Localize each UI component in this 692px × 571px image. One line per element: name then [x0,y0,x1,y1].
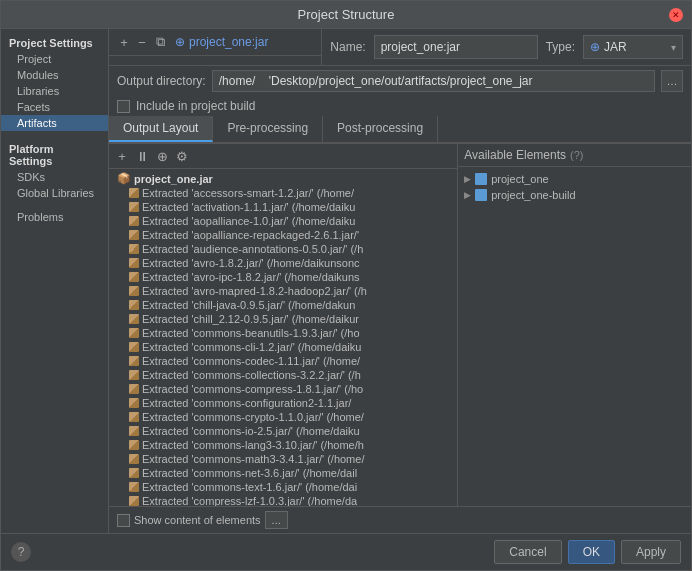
tree-add-button[interactable]: + [113,147,131,165]
tree-item-0[interactable]: Extracted 'accessors-smart-1.2.jar/' (/h… [109,186,457,200]
output-dir-label: Output directory: [117,74,206,88]
tree-content: 📦 project_one.jar Extracted 'accessors-s… [109,169,457,506]
name-input[interactable] [374,35,538,59]
split-area: + ⏸ ⊕ ⚙ 📦 project_one.jar Extracted 'acc… [109,143,691,506]
cancel-button[interactable]: Cancel [494,540,561,564]
sidebar-item-libraries[interactable]: Libraries [1,83,108,99]
sidebar-item-facets[interactable]: Facets [1,99,108,115]
available-area: Available Elements (?) ▶ project_one ▶ p… [458,144,691,506]
tree-item-7[interactable]: Extracted 'avro-mapred-1.8.2-hadoop2.jar… [109,284,457,298]
sidebar-item-modules[interactable]: Modules [1,67,108,83]
sidebar-item-global-libraries[interactable]: Global Libraries [1,185,108,201]
type-value: JAR [604,40,627,54]
tree-item-10[interactable]: Extracted 'commons-beanutils-1.9.3.jar/'… [109,326,457,340]
ok-button[interactable]: OK [568,540,615,564]
include-checkbox[interactable] [117,100,130,113]
module-icon-0 [475,173,487,185]
tab-output-layout[interactable]: Output Layout [109,116,213,142]
sidebar-item-problems[interactable]: Problems [1,209,108,225]
jar-icon-3 [129,230,139,240]
help-button[interactable]: ? [11,542,31,562]
close-button[interactable]: ✕ [669,8,683,22]
project-structure-dialog: Project Structure ✕ Project Settings Pro… [0,0,692,571]
platform-settings-section: Platform Settings [1,139,108,169]
tree-item-1[interactable]: Extracted 'activation-1.1.1.jar/' (/home… [109,200,457,214]
jar-icon-8 [129,300,139,310]
remove-artifact-button[interactable]: − [133,33,151,51]
chevron-down-icon: ▾ [671,42,676,53]
dialog-title: Project Structure [298,7,395,22]
tree-item-17[interactable]: Extracted 'commons-io-2.5.jar/' (/home/d… [109,424,457,438]
apply-button[interactable]: Apply [621,540,681,564]
tree-item-2[interactable]: Extracted 'aopalliance-1.0.jar/' (/home/… [109,214,457,228]
tree-item-8[interactable]: Extracted 'chill-java-0.9.5.jar/' (/home… [109,298,457,312]
jar-icon-7 [129,286,139,296]
jar-icon-21 [129,482,139,492]
expand-arrow-1: ▶ [464,190,471,200]
type-icon: ⊕ [590,40,600,54]
jar-icon-20 [129,468,139,478]
main-content: Project Settings Project Modules Librari… [1,29,691,533]
tree-item-22[interactable]: Extracted 'compress-lzf-1.0.3.jar/' (/ho… [109,494,457,506]
show-content-label: Show content of elements [134,514,261,526]
tree-root-item[interactable]: 📦 project_one.jar [109,171,457,186]
jar-icon-15 [129,398,139,408]
browse-button[interactable]: … [661,70,683,92]
jar-icon-12 [129,356,139,366]
tab-post-processing[interactable]: Post-processing [323,116,438,142]
sidebar-divider2 [1,201,108,209]
sidebar-item-sdks[interactable]: SDKs [1,169,108,185]
show-content-checkbox[interactable] [117,514,130,527]
tree-item-11[interactable]: Extracted 'commons-cli-1.2.jar/' (/home/… [109,340,457,354]
module-icon-1 [475,189,487,201]
tree-item-15[interactable]: Extracted 'commons-configuration2-1.1.ja… [109,396,457,410]
output-dir-row: Output directory: … [109,66,691,96]
tree-item-14[interactable]: Extracted 'commons-compress-1.8.1.jar/' … [109,382,457,396]
tree-toolbar: + ⏸ ⊕ ⚙ [109,144,457,169]
jar-icon-9 [129,314,139,324]
artifact-toolbar: + − ⧉ ⊕ project_one:jar [109,29,321,56]
artifact-icon: ⊕ [175,35,185,49]
name-label: Name: [330,40,365,54]
jar-icon-2 [129,216,139,226]
tree-item-13[interactable]: Extracted 'commons-collections-3.2.2.jar… [109,368,457,382]
tree-items: Extracted 'accessors-smart-1.2.jar/' (/h… [109,186,457,506]
jar-icon-0 [129,188,139,198]
tree-item-12[interactable]: Extracted 'commons-codec-1.11.jar/' (/ho… [109,354,457,368]
output-dir-input[interactable] [212,70,655,92]
jar-icon-18 [129,440,139,450]
avail-item-1[interactable]: ▶ project_one-build [460,187,689,203]
tree-item-6[interactable]: Extracted 'avro-ipc-1.8.2.jar/' (/home/d… [109,270,457,284]
project-settings-section: Project Settings [1,33,108,51]
tree-area: + ⏸ ⊕ ⚙ 📦 project_one.jar Extracted 'acc… [109,144,458,506]
tree-item-19[interactable]: Extracted 'commons-math3-3.4.1.jar/' (/h… [109,452,457,466]
tree-item-18[interactable]: Extracted 'commons-lang3-3.10.jar/' (/ho… [109,438,457,452]
title-bar: Project Structure ✕ [1,1,691,29]
tree-item-9[interactable]: Extracted 'chill_2.12-0.9.5.jar/' (/home… [109,312,457,326]
available-content: ▶ project_one ▶ project_one-build [458,167,691,506]
sidebar-item-project[interactable]: Project [1,51,108,67]
sidebar: Project Settings Project Modules Librari… [1,29,109,533]
jar-icon-10 [129,328,139,338]
tree-pause-button[interactable]: ⏸ [133,147,151,165]
add-artifact-button[interactable]: + [115,33,133,51]
sidebar-item-artifacts[interactable]: Artifacts [1,115,108,131]
tree-item-16[interactable]: Extracted 'commons-crypto-1.1.0.jar/' (/… [109,410,457,424]
jar-icon-22 [129,496,139,506]
ellipsis-button[interactable]: ... [265,511,288,529]
type-select[interactable]: ⊕ JAR ▾ [583,35,683,59]
include-label: Include in project build [136,99,255,113]
tree-item-21[interactable]: Extracted 'commons-text-1.6.jar/' (/home… [109,480,457,494]
tree-settings-button[interactable]: ⚙ [173,147,191,165]
jar-icon-5 [129,258,139,268]
avail-item-0[interactable]: ▶ project_one [460,171,689,187]
tree-item-5[interactable]: Extracted 'avro-1.8.2.jar/' (/home/daiku… [109,256,457,270]
tree-action-button[interactable]: ⊕ [153,147,171,165]
sidebar-divider [1,131,108,139]
jar-icon-11 [129,342,139,352]
tree-item-4[interactable]: Extracted 'audience-annotations-0.5.0.ja… [109,242,457,256]
tree-item-20[interactable]: Extracted 'commons-net-3.6.jar/' (/home/… [109,466,457,480]
tab-pre-processing[interactable]: Pre-processing [213,116,323,142]
tree-item-3[interactable]: Extracted 'aopalliance-repackaged-2.6.1.… [109,228,457,242]
copy-artifact-button[interactable]: ⧉ [151,33,169,51]
